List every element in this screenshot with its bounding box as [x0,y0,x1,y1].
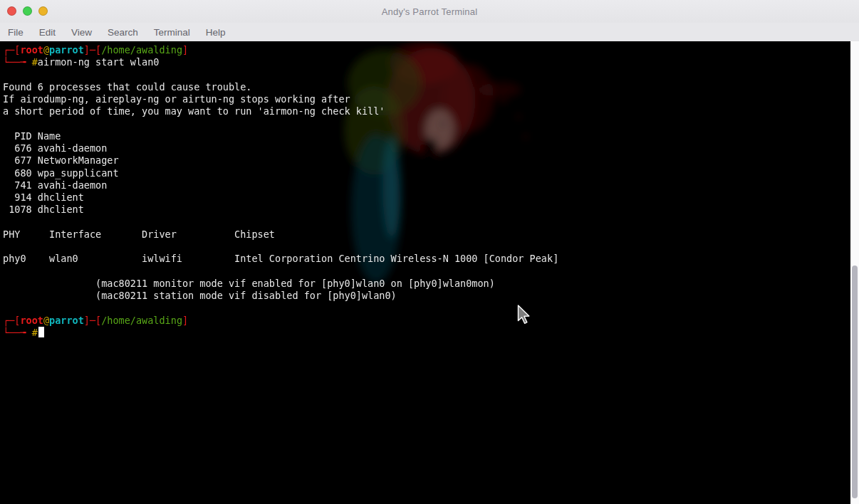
scrollbar-track[interactable] [850,41,859,504]
terminal-screen[interactable]: ┌─[root@parrot]─[/home/awalding]└──╼ #ai… [0,41,859,504]
window-minimize-button[interactable] [38,6,48,16]
terminal-line: 680 wpa_supplicant [3,167,859,179]
terminal-line: phy0 wlan0 iwlwifi Intel Corporation Cen… [3,253,859,265]
terminal-line: a short period of time, you may want to … [3,105,859,117]
terminal-window: Andy's Parrot Terminal File Edit View Se… [0,0,859,504]
menubar: File Edit View Search Terminal Help [0,23,859,41]
terminal-line: 1078 dhclient [3,204,859,216]
terminal-line [3,216,859,229]
terminal-output: ┌─[root@parrot]─[/home/awalding]└──╼ #ai… [0,41,859,339]
terminal-line: 914 dhclient [3,191,859,204]
terminal-line [3,302,859,314]
terminal-line: 741 avahi-daemon [3,179,859,191]
terminal-line: └──╼ # [3,327,859,339]
terminal-line: (mac80211 monitor mode vif enabled for [… [3,278,859,290]
terminal-line: ┌─[root@parrot]─[/home/awalding] [3,315,859,327]
terminal-line: └──╼ #airmon-ng start wlan0 [3,56,859,68]
menu-help[interactable]: Help [204,26,227,39]
menu-file[interactable]: File [6,26,25,39]
terminal-line [3,241,859,253]
menu-terminal[interactable]: Terminal [152,26,192,39]
menu-edit[interactable]: Edit [38,26,57,39]
terminal-line: PHY Interface Driver Chipset [3,229,859,241]
terminal-line: PID Name [3,130,859,142]
window-title: Andy's Parrot Terminal [0,6,859,17]
terminal-line: 676 avahi-daemon [3,142,859,154]
window-close-button[interactable] [7,6,16,16]
titlebar[interactable]: Andy's Parrot Terminal [0,0,859,23]
menu-view[interactable]: View [70,26,93,39]
terminal-line [3,69,859,81]
terminal-line: Found 6 processes that could cause troub… [3,81,859,93]
terminal-line [3,266,859,278]
menu-search[interactable]: Search [106,26,140,39]
terminal-line: If airodump-ng, aireplay-ng or airtun-ng… [3,93,859,105]
terminal-line: 677 NetworkManager [3,154,859,167]
terminal-line: ┌─[root@parrot]─[/home/awalding] [3,44,859,56]
terminal-text-cursor [38,327,44,337]
scrollbar-thumb[interactable] [852,266,858,498]
window-controls [7,6,48,16]
window-maximize-button[interactable] [23,6,32,16]
terminal-line [3,118,859,130]
terminal-line: (mac80211 station mode vif disabled for … [3,290,859,302]
